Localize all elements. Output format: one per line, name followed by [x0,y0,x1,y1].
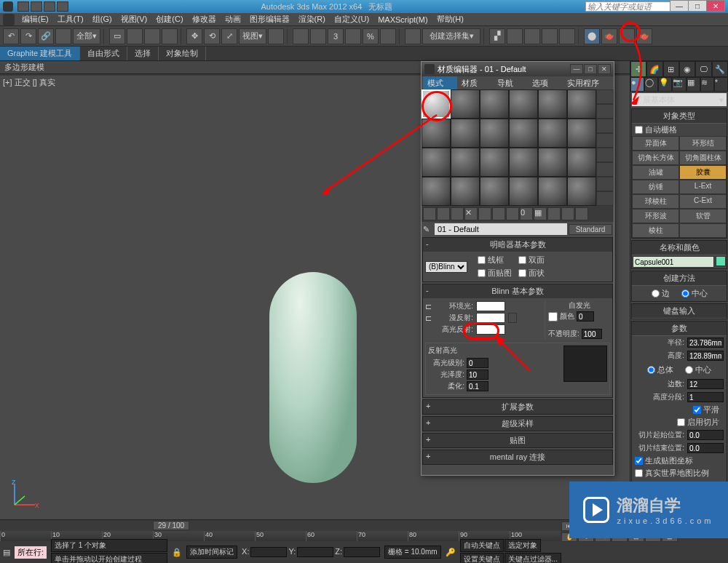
menu-animation[interactable]: 动画 [221,14,245,25]
capsule-object[interactable] [269,272,357,483]
material-slot[interactable] [538,177,567,206]
edge-radio[interactable] [652,290,660,298]
material-editor-icon[interactable]: ⬤ [584,28,600,44]
rollout-header[interactable]: Blinn 基本参数 [423,284,612,298]
material-slot[interactable] [538,119,567,148]
sample-uv-icon[interactable] [596,133,614,148]
maxscript-icon[interactable]: ▤ [3,548,10,557]
y-coord[interactable] [297,547,333,557]
qa-btn[interactable] [57,1,68,12]
make-copy-icon[interactable] [478,207,491,220]
material-slot[interactable] [538,89,567,119]
listener-label[interactable]: 所在行: [15,546,47,559]
rendered-frame-icon[interactable] [619,28,635,44]
make-unique-icon[interactable] [492,207,505,220]
matedit-min-button[interactable]: — [570,64,583,74]
geometry-icon[interactable]: ● [630,77,644,92]
assign-to-sel-icon[interactable] [451,207,464,220]
menu-help[interactable]: 帮助(H) [432,14,468,25]
type-btn[interactable]: 软管 [679,209,727,223]
material-slot[interactable] [422,148,451,177]
rollout-header[interactable]: 扩展参数 [423,400,612,414]
sliceto-spinner[interactable] [687,443,724,453]
type-btn-capsule[interactable]: 胶囊 [679,165,727,180]
material-slot[interactable] [451,148,480,177]
ribbon-tab-freeform[interactable]: 自由形式 [80,47,127,60]
curve-editor-icon[interactable] [542,28,558,44]
matedit-menu-options[interactable]: 选项(O) [528,76,563,89]
background-icon[interactable] [596,119,614,133]
move-icon[interactable]: ✥ [186,28,202,44]
put-to-scene-icon[interactable] [437,207,450,220]
put-to-lib-icon[interactable] [506,207,519,220]
faceted-check[interactable] [518,269,526,277]
qa-btn[interactable] [44,1,55,12]
material-slot[interactable] [480,148,509,177]
spinner-snap-icon[interactable] [380,28,396,44]
material-slot[interactable] [422,119,451,148]
hierarchy-tab-icon[interactable]: ⊞ [663,61,679,77]
object-color-swatch[interactable] [716,256,726,266]
matedit-menu-util[interactable]: 实用程序(U) [563,76,612,89]
material-name-field[interactable]: 01 - Default [435,223,567,235]
help-search[interactable] [585,1,673,12]
radius-spinner[interactable] [687,338,724,348]
shader-type-select[interactable]: (B)Blinn [425,261,467,273]
close-button[interactable]: ✕ [706,0,725,12]
scale-icon[interactable]: ⤢ [221,28,237,44]
undo-icon[interactable]: ↶ [3,28,19,44]
object-name-field[interactable]: Capsule001 [633,256,714,268]
menu-group[interactable]: 组(G) [88,14,116,25]
lock-icon[interactable]: 🔒 [172,548,182,557]
autokey-btn[interactable]: 自动关键点 [460,539,504,552]
soften-spinner[interactable] [467,381,488,391]
selection-filter[interactable]: 全部 ▾ [73,28,100,44]
time-handle[interactable]: 29 / 100 [153,521,189,530]
menu-edit[interactable]: 编辑(E) [17,14,53,25]
matedit-menu-material[interactable]: 材质(M) [457,76,493,89]
percent-snap-icon[interactable]: % [363,28,379,44]
align-icon[interactable] [507,28,523,44]
pivot-icon[interactable] [268,28,284,44]
modify-tab-icon[interactable]: 🌈 [646,61,662,77]
viewport-label[interactable]: [+] 正交 [] 真实 [3,77,55,88]
material-slot[interactable] [422,177,451,206]
create-tab-icon[interactable]: ✢ [630,61,646,77]
hseg-spinner[interactable] [687,392,724,402]
rollout-header[interactable]: 键盘输入 [632,304,727,319]
reset-map-icon[interactable]: ✕ [464,207,478,220]
menu-modifiers[interactable]: 修改器 [188,14,221,25]
material-type-button[interactable]: Standard [569,224,612,235]
material-slot[interactable] [451,119,480,148]
snap-icon[interactable]: 3 [328,28,344,44]
go-sibling-icon[interactable] [575,207,588,220]
type-btn[interactable]: 纺锤 [632,180,679,194]
ref-coord[interactable]: 视图 ▾ [239,28,266,44]
z-coord[interactable] [344,547,380,557]
schematic-icon[interactable] [559,28,575,44]
material-slot[interactable] [480,89,509,119]
realworld-check[interactable] [635,469,643,477]
type-btn[interactable]: 油罐 [632,165,679,180]
named-selection-set[interactable]: 创建选择集 ▾ [422,28,480,44]
link-icon[interactable]: 🔗 [38,28,54,44]
options-icon[interactable] [596,177,614,191]
mat-id-icon[interactable]: 0 [520,207,533,220]
type-btn[interactable]: 棱柱 [632,223,679,238]
center-radio[interactable] [681,290,689,298]
rotate-icon[interactable]: ⟲ [204,28,220,44]
geometry-category[interactable]: 扩展基本体▾ [632,93,727,106]
show-map-icon[interactable]: ▦ [534,207,547,220]
rollout-header[interactable]: 创建方法 [632,271,727,286]
key-icon[interactable]: 🔑 [446,548,456,557]
material-slot[interactable] [451,89,480,119]
matedit-close-button[interactable]: ✕ [598,64,611,74]
ribbon-tab-selection[interactable]: 选择 [127,47,159,60]
named-sel-icon[interactable] [405,28,421,44]
material-slot[interactable] [509,148,538,177]
x-coord[interactable] [250,547,287,557]
material-slot[interactable] [480,119,509,148]
material-slot[interactable] [567,89,596,119]
rollout-header[interactable]: 名称和颜色 [632,241,727,255]
qa-btn[interactable] [31,1,42,12]
